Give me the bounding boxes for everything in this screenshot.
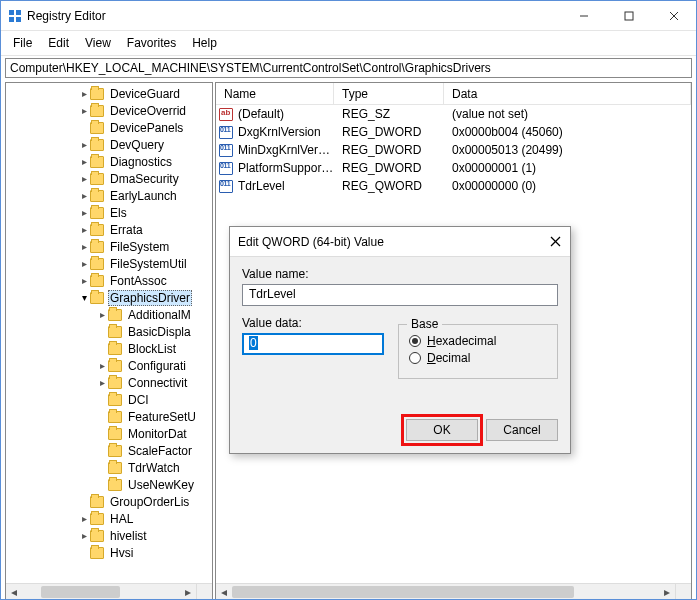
radio-decimal[interactable]: Decimal xyxy=(409,351,547,365)
menu-file[interactable]: File xyxy=(7,34,38,52)
folder-icon xyxy=(108,411,122,423)
menu-view[interactable]: View xyxy=(79,34,117,52)
chevron-right-icon[interactable]: ▸ xyxy=(78,224,90,235)
tree-item[interactable]: ▸hivelist xyxy=(6,527,212,544)
address-bar[interactable]: Computer\HKEY_LOCAL_MACHINE\SYSTEM\Curre… xyxy=(5,58,692,78)
value-data: 0x0000b004 (45060) xyxy=(444,125,691,139)
cancel-button[interactable]: Cancel xyxy=(486,419,558,441)
tree-item[interactable]: ▸FontAssoc xyxy=(6,272,212,289)
tree-item[interactable]: ▸Els xyxy=(6,204,212,221)
value-row[interactable]: MinDxgKrnlVersi…REG_DWORD0x00005013 (204… xyxy=(216,141,691,159)
tree-item[interactable]: ▸DmaSecurity xyxy=(6,170,212,187)
chevron-right-icon[interactable]: ▸ xyxy=(78,207,90,218)
tree-item[interactable]: DevicePanels xyxy=(6,119,212,136)
tree-item[interactable]: ▸HAL xyxy=(6,510,212,527)
tree-item[interactable]: ▸DeviceGuard xyxy=(6,85,212,102)
chevron-down-icon[interactable]: ▾ xyxy=(78,292,90,303)
tree-item[interactable]: ScaleFactor xyxy=(6,442,212,459)
chevron-right-icon[interactable]: ▸ xyxy=(78,241,90,252)
chevron-right-icon[interactable]: ▸ xyxy=(78,513,90,524)
col-name[interactable]: Name xyxy=(216,83,334,104)
chevron-right-icon[interactable]: ▸ xyxy=(78,275,90,286)
folder-icon xyxy=(90,105,104,117)
column-headers[interactable]: Name Type Data xyxy=(216,83,691,105)
tree-item[interactable]: ▸FileSystem xyxy=(6,238,212,255)
menu-edit[interactable]: Edit xyxy=(42,34,75,52)
menu-favorites[interactable]: Favorites xyxy=(121,34,182,52)
tree-item[interactable]: DCI xyxy=(6,391,212,408)
tree-item[interactable]: GroupOrderLis xyxy=(6,493,212,510)
scroll-right-icon[interactable]: ▸ xyxy=(180,584,196,600)
tree-item[interactable]: ▸Diagnostics xyxy=(6,153,212,170)
tree-item[interactable]: ▸FileSystemUtil xyxy=(6,255,212,272)
list-scrollbar-horizontal[interactable]: ◂ ▸ xyxy=(216,583,675,599)
chevron-right-icon[interactable]: ▸ xyxy=(78,156,90,167)
tree-item-label: ScaleFactor xyxy=(126,444,194,458)
tree-item[interactable]: TdrWatch xyxy=(6,459,212,476)
tree-item-label: FeatureSetU xyxy=(126,410,198,424)
value-row[interactable]: TdrLevelREG_QWORD0x00000000 (0) xyxy=(216,177,691,195)
scroll-left-icon[interactable]: ◂ xyxy=(216,584,232,600)
tree-pane[interactable]: ▸DeviceGuard▸DeviceOverridDevicePanels▸D… xyxy=(5,82,213,600)
folder-icon xyxy=(108,462,122,474)
tree-item[interactable]: ▾GraphicsDriver xyxy=(6,289,212,306)
ok-button[interactable]: OK xyxy=(406,419,478,441)
minimize-button[interactable] xyxy=(561,1,606,31)
radio-hexadecimal[interactable]: Hexadecimal xyxy=(409,334,547,348)
tree-item[interactable]: ▸Connectivit xyxy=(6,374,212,391)
col-data[interactable]: Data xyxy=(444,83,691,104)
chevron-right-icon[interactable]: ▸ xyxy=(78,105,90,116)
folder-icon xyxy=(90,122,104,134)
tree-scrollbar-horizontal[interactable]: ◂ ▸ xyxy=(6,583,196,599)
tree-item[interactable]: BlockList xyxy=(6,340,212,357)
close-button[interactable] xyxy=(651,1,696,31)
folder-icon xyxy=(90,88,104,100)
tree-item[interactable]: FeatureSetU xyxy=(6,408,212,425)
folder-icon xyxy=(108,479,122,491)
scroll-thumb[interactable] xyxy=(232,586,574,598)
folder-icon xyxy=(90,139,104,151)
chevron-right-icon[interactable]: ▸ xyxy=(96,309,108,320)
chevron-right-icon[interactable]: ▸ xyxy=(78,88,90,99)
menu-help[interactable]: Help xyxy=(186,34,223,52)
tree-item[interactable]: ▸DeviceOverrid xyxy=(6,102,212,119)
tree-item[interactable]: Hvsi xyxy=(6,544,212,561)
folder-icon xyxy=(108,343,122,355)
scroll-left-icon[interactable]: ◂ xyxy=(6,584,22,600)
value-row[interactable]: (Default)REG_SZ(value not set) xyxy=(216,105,691,123)
tree-item[interactable]: ▸Errata xyxy=(6,221,212,238)
value-data-field[interactable]: 0 xyxy=(242,333,384,355)
dialog-close-button[interactable] xyxy=(540,227,570,257)
folder-icon xyxy=(90,190,104,202)
tree-item[interactable]: MonitorDat xyxy=(6,425,212,442)
chevron-right-icon[interactable]: ▸ xyxy=(78,530,90,541)
folder-icon xyxy=(90,173,104,185)
col-type[interactable]: Type xyxy=(334,83,444,104)
tree-item[interactable]: BasicDispla xyxy=(6,323,212,340)
value-row[interactable]: DxgKrnlVersionREG_DWORD0x0000b004 (45060… xyxy=(216,123,691,141)
chevron-right-icon[interactable]: ▸ xyxy=(78,190,90,201)
folder-icon xyxy=(108,445,122,457)
value-row[interactable]: PlatformSuppor…REG_DWORD0x00000001 (1) xyxy=(216,159,691,177)
tree-item[interactable]: UseNewKey xyxy=(6,476,212,493)
value-data-text: 0 xyxy=(249,336,258,350)
tree-item[interactable]: ▸EarlyLaunch xyxy=(6,187,212,204)
maximize-button[interactable] xyxy=(606,1,651,31)
chevron-right-icon[interactable]: ▸ xyxy=(78,173,90,184)
tree-item[interactable]: ▸AdditionalM xyxy=(6,306,212,323)
binary-value-icon xyxy=(219,162,233,175)
scroll-right-icon[interactable]: ▸ xyxy=(659,584,675,600)
scroll-thumb[interactable] xyxy=(41,586,120,598)
folder-icon xyxy=(90,496,104,508)
folder-icon xyxy=(90,547,104,559)
chevron-right-icon[interactable]: ▸ xyxy=(96,377,108,388)
folder-icon xyxy=(90,224,104,236)
chevron-right-icon[interactable]: ▸ xyxy=(96,360,108,371)
tree-item-label: DCI xyxy=(126,393,151,407)
tree-item[interactable]: ▸DevQuery xyxy=(6,136,212,153)
tree-item[interactable]: ▸Configurati xyxy=(6,357,212,374)
value-name-field[interactable]: TdrLevel xyxy=(242,284,558,306)
tree-item-label: HAL xyxy=(108,512,135,526)
chevron-right-icon[interactable]: ▸ xyxy=(78,139,90,150)
chevron-right-icon[interactable]: ▸ xyxy=(78,258,90,269)
